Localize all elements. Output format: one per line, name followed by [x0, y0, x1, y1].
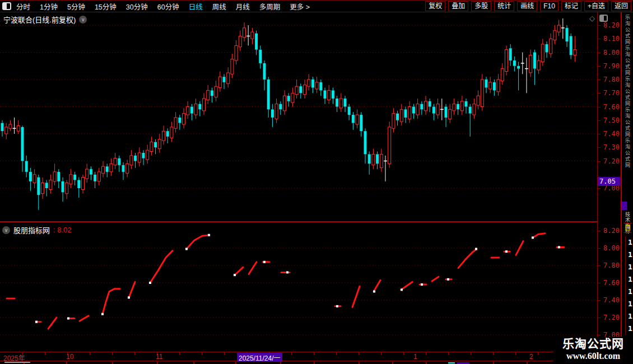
candle-up[interactable] — [170, 127, 173, 138]
candle-up[interactable] — [9, 124, 12, 128]
candle-up[interactable] — [218, 77, 221, 87]
candle-down[interactable] — [364, 131, 367, 154]
candle-up[interactable] — [49, 180, 52, 189]
candle-up[interactable] — [481, 80, 483, 107]
candle-down[interactable] — [94, 175, 96, 181]
candle-up[interactable] — [453, 104, 455, 111]
candle-down[interactable] — [352, 115, 355, 123]
candle-down[interactable] — [485, 80, 488, 88]
candle-up[interactable] — [243, 28, 246, 38]
candle-down[interactable] — [25, 161, 28, 172]
candle-up[interactable] — [537, 60, 540, 70]
chevron-down-icon[interactable]: ∨ — [79, 16, 87, 24]
candle-up[interactable] — [126, 164, 129, 173]
candle-up[interactable] — [33, 175, 36, 183]
chevron-down-icon[interactable]: ∨ — [2, 226, 10, 234]
candle-down[interactable] — [412, 107, 415, 114]
sidebar-list-marker[interactable]: 1 — [628, 310, 632, 323]
candle-up[interactable] — [82, 178, 85, 190]
candle-up[interactable] — [574, 50, 576, 55]
candle-down[interactable] — [376, 154, 379, 164]
candle-down[interactable] — [311, 80, 314, 88]
candle-down[interactable] — [513, 60, 516, 66]
candle-up[interactable] — [207, 90, 210, 100]
sidebar-list-marker[interactable]: 1 — [628, 273, 632, 286]
candle-up[interactable] — [550, 39, 552, 54]
candle-down[interactable] — [154, 142, 157, 148]
period-tab-更多 >[interactable]: 更多 > — [290, 1, 310, 12]
candle-down[interactable] — [279, 104, 282, 110]
candle-down[interactable] — [299, 86, 302, 93]
candle-up[interactable] — [235, 45, 238, 60]
candle-up[interactable] — [308, 80, 310, 86]
candle-up[interactable] — [69, 175, 72, 184]
candle-up[interactable] — [97, 172, 100, 181]
candle-down[interactable] — [493, 82, 496, 91]
candle-up[interactable] — [380, 154, 383, 167]
candle-down[interactable] — [368, 154, 371, 164]
candle-up[interactable] — [194, 104, 197, 115]
candle-up[interactable] — [501, 69, 504, 81]
sidebar-item-watchlist[interactable]: 自 — [623, 223, 632, 233]
candle-down[interactable] — [404, 109, 407, 118]
candle-down[interactable] — [319, 82, 322, 91]
candle-up[interactable] — [162, 131, 165, 141]
toolbar-button-复权[interactable]: 复权 — [425, 1, 445, 11]
candle-down[interactable] — [178, 118, 181, 123]
candle-up[interactable] — [66, 183, 68, 193]
candle-up[interactable] — [183, 114, 185, 124]
candle-up[interactable] — [227, 73, 230, 83]
toolbar-button-统计[interactable]: 统计 — [494, 1, 514, 11]
toolbar-button-标记[interactable]: 标记 — [561, 1, 581, 11]
candle-down[interactable] — [198, 104, 201, 110]
candle-down[interactable] — [223, 77, 226, 82]
candle-down[interactable] — [267, 80, 270, 109]
candle-down[interactable] — [106, 166, 109, 172]
candlestick-chart-canvas[interactable] — [0, 0, 597, 364]
candle-down[interactable] — [90, 169, 92, 175]
toolbar-button-返回[interactable]: 返回 — [611, 1, 631, 11]
candle-down[interactable] — [396, 114, 399, 120]
candle-down[interactable] — [360, 115, 362, 131]
candle-down[interactable] — [445, 107, 448, 118]
candle-up[interactable] — [557, 25, 560, 32]
panel-toggle-icon[interactable] — [599, 15, 608, 22]
toolbar-button-多股[interactable]: 多股 — [471, 1, 491, 11]
candle-up[interactable] — [477, 96, 480, 105]
candle-down[interactable] — [271, 109, 274, 118]
period-tab-60分钟[interactable]: 60分钟 — [157, 1, 179, 12]
period-tab-1分钟[interactable]: 1分钟 — [40, 1, 58, 12]
candle-up[interactable] — [239, 36, 241, 46]
candle-up[interactable] — [203, 99, 206, 111]
candle-down[interactable] — [118, 158, 120, 165]
candle-down[interactable] — [324, 90, 327, 99]
candle-down[interactable] — [546, 44, 548, 53]
toolbar-button-叠加[interactable]: 叠加 — [448, 1, 468, 11]
candle-up[interactable] — [17, 125, 20, 131]
candle-up[interactable] — [449, 109, 452, 119]
candle-up[interactable] — [114, 158, 117, 165]
candle-up[interactable] — [53, 172, 56, 181]
sidebar-list-marker[interactable]: 1 — [628, 249, 632, 261]
candle-up[interactable] — [372, 154, 375, 165]
candle-up[interactable] — [295, 86, 298, 95]
candle-up[interactable] — [436, 104, 439, 115]
candle-down[interactable] — [517, 66, 520, 69]
candle-down[interactable] — [509, 48, 512, 60]
candle-up[interactable] — [86, 169, 89, 179]
candle-up[interactable] — [291, 93, 294, 102]
candle-down[interactable] — [259, 50, 262, 63]
candle-up[interactable] — [231, 59, 234, 74]
candle-up[interactable] — [150, 142, 153, 152]
candle-up[interactable] — [400, 109, 403, 122]
candle-up[interactable] — [392, 114, 395, 129]
candle-down[interactable] — [336, 99, 338, 107]
candle-up[interactable] — [41, 183, 44, 193]
sidebar-list-marker[interactable]: 1 — [628, 323, 632, 335]
candle-up[interactable] — [541, 44, 544, 62]
candle-up[interactable] — [315, 82, 318, 89]
candle-down[interactable] — [469, 107, 472, 114]
period-tab-5分钟[interactable]: 5分钟 — [67, 1, 85, 12]
candle-up[interactable] — [304, 85, 306, 95]
candle-up[interactable] — [138, 153, 141, 162]
